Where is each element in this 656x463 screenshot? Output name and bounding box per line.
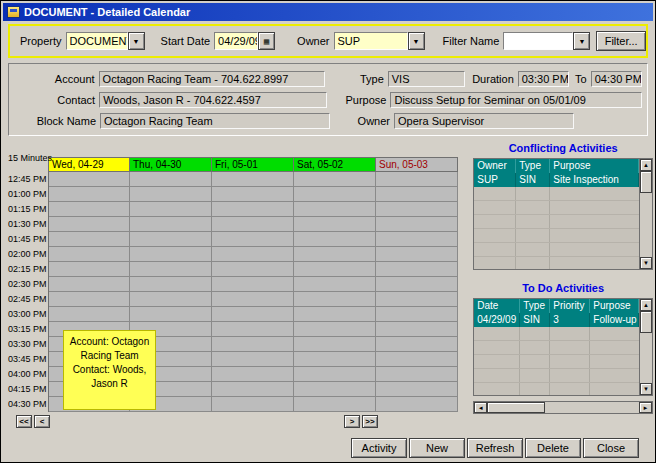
conflicting-scrollbar[interactable]: ▲ ▼	[639, 159, 652, 269]
day-header-fri[interactable]: Fri, 05-01	[212, 157, 294, 172]
scroll-thumb[interactable]	[640, 171, 652, 193]
scroll-thumb[interactable]	[640, 311, 652, 333]
duration-end-field: 04:30 PM	[591, 71, 642, 87]
property-dropdown-button[interactable]: ▼	[128, 32, 145, 50]
scroll-track[interactable]	[545, 402, 639, 413]
filter-name-field[interactable]	[503, 32, 573, 50]
scroll-last-button[interactable]: >>	[362, 415, 378, 428]
owner-field: Opera Supervisor	[394, 113, 574, 129]
app-icon	[7, 6, 20, 18]
time-label: 03:00 PM	[8, 307, 48, 322]
cell-purpose: Site Inspection	[550, 173, 639, 187]
activity-button[interactable]: Activity	[351, 438, 407, 458]
button-bar: Activity New Refresh Delete Close	[3, 438, 639, 458]
todo-activity-row[interactable]: 04/29/09 SIN 3 Follow-up	[474, 313, 639, 327]
todo-header-row: Date Type Priority Purpose	[474, 299, 639, 313]
main-area: 15 Minutes Wed, 04-29 Thu, 04-30 Fri, 05…	[8, 142, 653, 429]
duration-to-label: To	[573, 73, 587, 85]
scroll-track[interactable]	[640, 333, 652, 383]
column-header-type[interactable]: Type	[516, 159, 550, 173]
detailed-calendar-window: DOCUMENT - Detailed Calendar Property DO…	[0, 0, 656, 463]
duration-label: Duration	[469, 73, 514, 85]
account-label: Account	[14, 73, 95, 85]
empty-row	[474, 187, 639, 201]
date-picker-button[interactable]: ▦	[258, 32, 275, 50]
column-header-purpose[interactable]: Purpose	[590, 299, 639, 313]
owner-filter-field[interactable]: SUP	[334, 32, 408, 50]
scroll-down-icon[interactable]: ▼	[640, 257, 652, 269]
calendar-body: 12:45 PM 01:00 PM 01:15 PM 01:30 PM 01:4…	[8, 172, 459, 412]
cell-date: 04/29/09	[474, 313, 520, 327]
scroll-down-icon[interactable]: ▼	[640, 383, 652, 395]
new-button[interactable]: New	[409, 438, 465, 458]
todo-scrollbar[interactable]: ▲ ▼	[639, 299, 652, 395]
owner-label: Owner	[334, 115, 390, 127]
scroll-right-icon[interactable]: ►	[639, 402, 652, 413]
day-header-wed[interactable]: Wed, 04-29	[48, 157, 130, 172]
interval-label: 15 Minutes	[8, 153, 48, 168]
empty-row	[474, 257, 639, 269]
conflicting-activities-table: Owner Type Purpose SUP SIN Site Inspecti…	[473, 158, 653, 270]
day-header-thu[interactable]: Thu, 04-30	[130, 157, 212, 172]
close-button[interactable]: Close	[583, 438, 639, 458]
scroll-up-icon[interactable]: ▲	[640, 159, 652, 171]
cell-purpose: Follow-up	[590, 313, 639, 327]
day-column-fri[interactable]	[212, 172, 294, 412]
refresh-button[interactable]: Refresh	[467, 438, 523, 458]
scroll-prev-button[interactable]: <	[34, 415, 50, 428]
scroll-up-icon[interactable]: ▲	[640, 299, 652, 311]
empty-row	[474, 327, 639, 341]
cell-type: SIN	[516, 173, 550, 187]
calendar-grid: 15 Minutes Wed, 04-29 Thu, 04-30 Fri, 05…	[8, 157, 459, 412]
empty-row	[474, 215, 639, 229]
conflicting-activity-row[interactable]: SUP SIN Site Inspection	[474, 173, 639, 187]
filter-name-label: Filter Name	[443, 35, 500, 47]
todo-horizontal-scrollbar[interactable]: ◄ ►	[473, 401, 653, 414]
time-label: 02:00 PM	[8, 247, 48, 262]
filter-button[interactable]: Filter...	[596, 31, 646, 51]
owner-dropdown-button[interactable]: ▼	[408, 32, 425, 50]
scroll-next-button[interactable]: >	[344, 415, 360, 428]
time-label: 01:30 PM	[8, 217, 48, 232]
time-label: 02:30 PM	[8, 277, 48, 292]
scroll-track[interactable]	[640, 193, 652, 257]
day-header-sat[interactable]: Sat, 05-02	[294, 157, 376, 172]
column-header-owner[interactable]: Owner	[474, 159, 516, 173]
time-label: 01:45 PM	[8, 232, 48, 247]
cell-owner: SUP	[474, 173, 516, 187]
column-header-type[interactable]: Type	[520, 299, 550, 313]
delete-button[interactable]: Delete	[525, 438, 581, 458]
owner-filter-label: Owner	[297, 35, 329, 47]
time-column: 12:45 PM 01:00 PM 01:15 PM 01:30 PM 01:4…	[8, 172, 48, 412]
scroll-first-button[interactable]: <<	[16, 415, 32, 428]
scroll-thumb[interactable]	[487, 402, 545, 413]
block-name-field: Octagon Racing Team	[100, 113, 330, 129]
property-field[interactable]: DOCUMENT	[66, 32, 128, 50]
time-label: 04:15 PM	[8, 382, 48, 397]
scroll-left-icon[interactable]: ◄	[474, 402, 487, 413]
purpose-field: Discuss Setup for Seminar on 05/01/09	[390, 92, 642, 108]
cell-priority: 3	[550, 313, 590, 327]
cell-type: SIN	[520, 313, 550, 327]
empty-row	[474, 341, 639, 355]
day-column-sat[interactable]	[294, 172, 376, 412]
time-label: 03:30 PM	[8, 337, 48, 352]
type-label: Type	[329, 73, 384, 85]
filter-name-dropdown-button[interactable]: ▼	[573, 32, 590, 50]
calendar-nav: << < > >>	[8, 415, 459, 429]
window-title: DOCUMENT - Detailed Calendar	[24, 6, 190, 18]
contact-field: Woods, Jason R - 704.622.4597	[99, 92, 327, 108]
filter-bar: Property DOCUMENT ▼ Start Date 04/29/09 …	[8, 24, 648, 58]
day-header-sun[interactable]: Sun, 05-03	[376, 157, 458, 172]
appointment-note[interactable]: Account: Octagon Racing Team Contact: Wo…	[63, 330, 156, 410]
column-header-purpose[interactable]: Purpose	[550, 159, 639, 173]
column-header-priority[interactable]: Priority	[550, 299, 590, 313]
time-label: 03:45 PM	[8, 352, 48, 367]
day-column-sun[interactable]	[376, 172, 458, 412]
empty-row	[474, 243, 639, 257]
details-panel: Account Octagon Racing Team - 704.622.89…	[8, 63, 648, 136]
start-date-field[interactable]: 04/29/09	[214, 32, 258, 50]
column-header-date[interactable]: Date	[474, 299, 520, 313]
type-field: VIS	[388, 71, 465, 87]
calendar-header-row: 15 Minutes Wed, 04-29 Thu, 04-30 Fri, 05…	[8, 157, 459, 172]
